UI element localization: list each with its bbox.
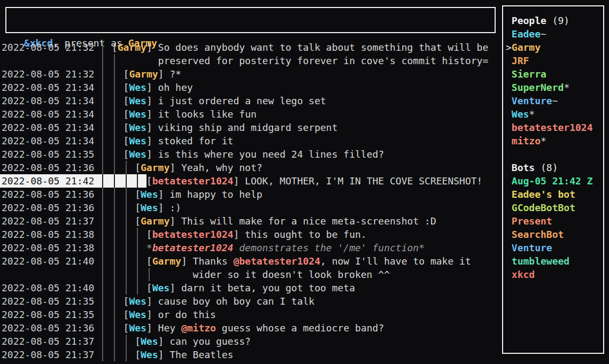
nick-garmy: Garmy — [152, 255, 181, 267]
gutter-space — [94, 308, 100, 321]
gutter-space — [106, 214, 112, 228]
chat-row: 2022-08-05 21:35[Wes] cause boy oh boy c… — [0, 295, 488, 308]
thread-bar — [124, 335, 129, 348]
text-segment: [ — [135, 336, 141, 347]
row-gutter: 2022-08-05 21:36 — [0, 201, 135, 214]
chat-row: 2022-08-05 21:34[Wes] stoked for it — [0, 134, 488, 148]
chat-log[interactable]: 2022-08-05 21:32[Garmy] So does anybody … — [0, 41, 488, 361]
thread-bar — [124, 161, 129, 174]
gutter-space — [106, 254, 112, 268]
marker — [506, 27, 512, 41]
message-text: [Wes] it looks like fun — [124, 107, 257, 121]
message-body: it looks like fun — [158, 109, 257, 120]
text-segment: ] — [147, 122, 158, 133]
message-body: Hey — [158, 322, 181, 334]
nick-wes: Wes — [129, 95, 147, 106]
timestamp: 2022-08-05 21:37 — [2, 335, 94, 348]
gutter-indent — [141, 281, 147, 295]
message-body: is this where you need 24 lines filled? — [158, 149, 384, 160]
person-name: Eadee — [512, 27, 541, 41]
timestamp: 2022-08-05 21:34 — [2, 134, 94, 148]
nick-garmy: Garmy — [129, 68, 158, 80]
people-list: Eadee~>Garmy JRF Sierra SuperNerd* Ventu… — [503, 27, 603, 148]
bot-name: Present — [512, 214, 552, 228]
gutter-indent — [118, 121, 124, 134]
thread-bar — [100, 201, 106, 214]
row-gutter: 2022-08-05 21:34 — [0, 81, 124, 94]
text-segment: ] — [233, 175, 245, 187]
channel-header: &xkcd, present as Garmy — [5, 7, 496, 33]
gutter-space — [106, 348, 112, 361]
text-segment: [ — [124, 135, 129, 146]
row-gutter: 2022-08-05 21:37 — [0, 214, 135, 228]
message-text: preserved for posterity forever in cove'… — [158, 54, 489, 67]
user-mode-suffix: ~ — [552, 94, 558, 107]
bot-item: SearchBot — [503, 228, 603, 241]
message-text: [Wes] stoked for it — [124, 134, 234, 148]
person-name: mitzo — [512, 134, 541, 148]
row-gutter: 2022-08-05 21:40 — [0, 254, 147, 268]
thread-bar — [124, 254, 129, 268]
chat-row: 2022-08-05 21:34[Wes] it looks like fun — [0, 107, 488, 121]
user-mode-suffix: * — [541, 134, 546, 148]
gutter-space — [129, 281, 135, 295]
marker — [506, 54, 512, 67]
marker — [506, 107, 512, 121]
gutter-space — [106, 148, 112, 161]
message-text: wider so it doesn't look broken ^^ — [193, 268, 390, 281]
cove-terminal-app: { "palette": { "bg": "#0c0c0e", "fg": "#… — [0, 0, 609, 364]
marker — [506, 14, 512, 27]
gutter-indent — [118, 308, 124, 321]
thread-bar — [124, 228, 129, 241]
timestamp: 2022-08-05 21:34 — [2, 121, 94, 134]
gutter-space — [94, 134, 100, 148]
gutter-space — [94, 67, 100, 81]
thread-bar — [100, 41, 106, 54]
thread-bar — [124, 201, 129, 214]
timestamp: 2022-08-05 21:40 — [2, 254, 94, 268]
message-body: wider so it doesn't look broken ^^ — [193, 269, 390, 280]
gutter-space — [106, 241, 112, 254]
gutter-space — [118, 348, 124, 361]
text-segment: [ — [135, 349, 141, 360]
person-item: mitzo* — [503, 134, 603, 148]
person-item: Wes* — [503, 107, 603, 121]
marker — [506, 214, 512, 228]
timestamp: 2022-08-05 21:38 — [2, 241, 94, 254]
thread-bar — [100, 121, 106, 134]
message-body: can you guess? — [169, 336, 251, 347]
text-segment: [ — [124, 149, 129, 160]
thread-bar — [124, 214, 129, 228]
message-body: ?* — [169, 68, 181, 80]
message-text: [Wes] The Beatles — [135, 348, 233, 361]
gutter-space — [118, 161, 124, 174]
gutter-space — [106, 321, 112, 335]
bot-name: GCodeBotBot — [512, 201, 575, 214]
gutter-space — [118, 214, 124, 228]
row-gutter: 2022-08-05 21:36 — [0, 321, 124, 335]
gutter-space — [106, 335, 112, 348]
marker — [506, 188, 512, 201]
user-list-panel[interactable]: People(9) Eadee~>Garmy JRF Sierra SuperN… — [502, 5, 604, 354]
thread-bar — [100, 174, 106, 188]
message-body: cause boy oh boy can I talk — [158, 296, 315, 307]
chat-row: 2022-08-05 21:34[Wes] i just ordered a n… — [0, 94, 488, 107]
thread-bar — [100, 348, 106, 361]
gutter-space — [106, 268, 112, 281]
thread-bar — [100, 308, 106, 321]
gutter-space — [94, 321, 100, 335]
selected-user-marker: > — [506, 41, 512, 54]
gutter-indent — [118, 295, 124, 308]
thread-bar — [112, 335, 118, 348]
timestamp: 2022-08-05 21:38 — [2, 228, 94, 241]
nick-wes: Wes — [129, 109, 147, 120]
people-title: People — [512, 14, 546, 27]
timestamp: 2022-08-05 21:36 — [2, 321, 94, 335]
text-segment: ] — [147, 309, 158, 320]
nick-garmy: Garmy — [141, 215, 169, 227]
person-item: Sierra — [503, 67, 603, 81]
message-body: LOOK, MOTHER, I'M IN THE COVE SCREENSHOT… — [245, 175, 482, 187]
gutter-indent — [118, 148, 124, 161]
thread-bar — [112, 107, 118, 121]
gutter-space — [106, 201, 112, 214]
